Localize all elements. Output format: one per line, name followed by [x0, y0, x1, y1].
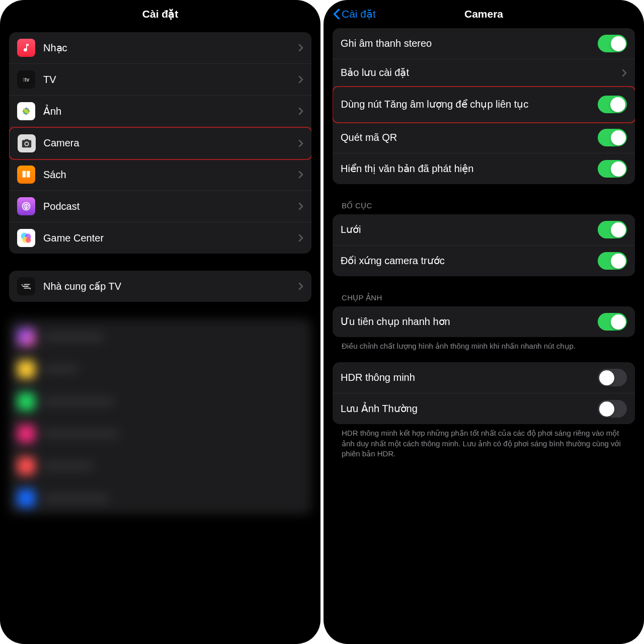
row-scan-qr: Quét mã QR: [333, 122, 635, 153]
row-books[interactable]: Sách: [9, 159, 311, 191]
music-icon: [17, 39, 35, 57]
toggle-mirror-front[interactable]: [598, 252, 627, 270]
tv-provider-icon: [17, 277, 35, 295]
toggle-smart-hdr[interactable]: [598, 369, 627, 386]
page-title: Camera: [464, 8, 503, 20]
nav-bar: Cài đặt: [9, 0, 311, 28]
toggle-grid[interactable]: [598, 221, 627, 238]
camera-group-layout: Lưới Đối xứng camera trước: [333, 214, 635, 276]
chevron-right-icon: [298, 282, 303, 290]
toggle-stereo[interactable]: [598, 35, 627, 52]
row-label: Nhà cung cấp TV: [43, 280, 294, 293]
settings-group-provider: Nhà cung cấp TV: [9, 271, 311, 302]
camera-settings-pane: Cài đặt Camera Ghi âm thanh stereo Bảo l…: [324, 0, 644, 644]
row-label: Ưu tiên chụp nhanh hơn: [341, 315, 598, 328]
row-label: Dùng nút Tăng âm lượng để chụp liên tục: [341, 98, 598, 111]
page-title: Cài đặt: [142, 8, 178, 20]
row-label: Ảnh: [43, 105, 294, 118]
hdr-footer: HDR thông minh kết hợp những phần tốt nh…: [333, 424, 635, 470]
capture-footer: Điều chỉnh chất lượng hình ảnh thông min…: [333, 337, 635, 362]
photos-icon: [17, 102, 35, 120]
row-label: HDR thông minh: [341, 371, 598, 384]
row-label: Đối xứng camera trước: [341, 255, 598, 267]
chevron-right-icon: [298, 139, 303, 147]
books-icon: [17, 166, 35, 184]
svg-point-10: [25, 205, 27, 207]
chevron-right-icon: [298, 107, 303, 115]
back-button[interactable]: Cài đặt: [333, 8, 376, 20]
row-mirror-front: Đối xứng camera trước: [333, 246, 635, 276]
row-volume-burst: Dùng nút Tăng âm lượng để chụp liên tục: [333, 86, 635, 123]
row-label: Sách: [43, 169, 294, 181]
row-label: Quét mã QR: [341, 131, 598, 144]
settings-group-media: Nhạc tv TV: [9, 32, 311, 254]
row-label: Game Center: [43, 232, 294, 245]
svg-point-14: [26, 237, 31, 243]
section-header-capture: CHỤP ẢNH: [333, 289, 635, 306]
row-photos[interactable]: Ảnh: [9, 96, 311, 127]
camera-group-top: Ghi âm thanh stereo Bảo lưu cài đặt Dùng…: [333, 28, 635, 184]
row-label: Hiển thị văn bản đã phát hiện: [341, 163, 598, 175]
chevron-right-icon: [298, 171, 303, 179]
toggle-volume-burst[interactable]: [598, 96, 627, 113]
row-music[interactable]: Nhạc: [9, 32, 311, 64]
row-detected-text: Hiển thị văn bản đã phát hiện: [333, 153, 635, 184]
row-label: Nhạc: [43, 42, 294, 54]
settings-pane: Cài đặt Nhạc tv TV: [0, 0, 320, 644]
row-keep-normal: Lưu Ảnh Thường: [333, 393, 635, 424]
chevron-right-icon: [298, 75, 303, 84]
podcast-icon: [17, 197, 35, 215]
chevron-right-icon: [298, 44, 303, 52]
back-label: Cài đặt: [342, 8, 376, 20]
toggle-detected-text[interactable]: [598, 160, 627, 178]
chevron-right-icon: [298, 202, 303, 210]
camera-group-hdr: HDR thông minh Lưu Ảnh Thường: [333, 362, 635, 424]
settings-group-blurred: [9, 319, 311, 514]
row-prioritize-faster: Ưu tiên chụp nhanh hơn: [333, 306, 635, 337]
row-label: Ghi âm thanh stereo: [341, 37, 598, 50]
toggle-keep-normal[interactable]: [598, 400, 627, 418]
row-label: Bảo lưu cài đặt: [341, 66, 618, 79]
row-stereo-audio: Ghi âm thanh stereo: [333, 28, 635, 59]
row-smart-hdr: HDR thông minh: [333, 362, 635, 393]
camera-group-capture: Ưu tiên chụp nhanh hơn: [333, 306, 635, 337]
chevron-right-icon: [298, 234, 303, 242]
toggle-prioritize-faster[interactable]: [598, 313, 627, 331]
row-label: Podcast: [43, 200, 294, 213]
row-podcast[interactable]: Podcast: [9, 191, 311, 222]
nav-bar: Cài đặt Camera: [333, 0, 635, 28]
row-game-center[interactable]: Game Center: [9, 222, 311, 254]
row-tv[interactable]: tv TV: [9, 64, 311, 96]
row-preserve-settings[interactable]: Bảo lưu cài đặt: [333, 59, 635, 87]
toggle-scan-qr[interactable]: [598, 129, 627, 146]
row-camera[interactable]: Camera: [9, 127, 311, 160]
camera-icon: [18, 134, 36, 152]
row-label: Camera: [44, 137, 294, 149]
section-header-layout: BỐ CỤC: [333, 197, 635, 214]
row-label: Lưới: [341, 223, 598, 236]
chevron-right-icon: [622, 69, 627, 77]
game-center-icon: [17, 229, 35, 247]
tv-icon: tv: [17, 70, 35, 89]
row-label: Lưu Ảnh Thường: [341, 403, 598, 415]
row-grid: Lưới: [333, 214, 635, 246]
row-label: TV: [43, 73, 294, 86]
row-tv-provider[interactable]: Nhà cung cấp TV: [9, 271, 311, 302]
